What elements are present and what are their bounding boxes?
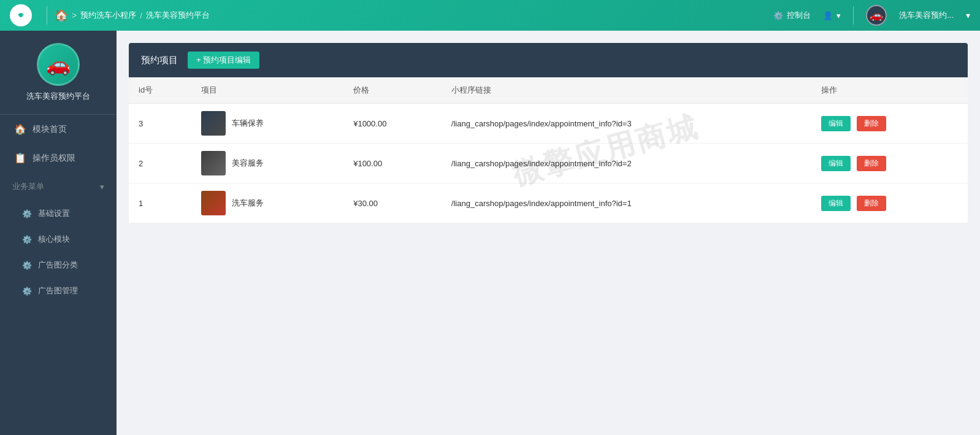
sidebar-item-basic-label: 基础设置: [38, 208, 70, 219]
sidebar-brand: 🚗 洗车美容预约平台: [0, 31, 117, 115]
user-dropdown-icon: ▾: [836, 11, 841, 20]
delete-button[interactable]: 删除: [857, 116, 886, 131]
table-header: id号 项目 价格 小程序链接 操作: [129, 77, 968, 104]
cell-link: /liang_carshop/pages/index/appointment_i…: [442, 104, 811, 144]
chevron-down-icon: ▾: [100, 182, 104, 191]
nav-right: ⚙️ 控制台 👤 ▾ 🚗 洗车美容预约... ▾: [773, 5, 970, 26]
col-action: 操作: [811, 77, 968, 104]
app-dropdown-icon[interactable]: ▾: [966, 10, 970, 20]
cell-project: 美容服务: [191, 144, 343, 183]
nav-logo: [10, 4, 32, 26]
sidebar-logo: 🚗: [37, 43, 80, 86]
sidebar-item-basic-settings[interactable]: ⚙️ 基础设置: [0, 201, 117, 226]
header-row: id号 项目 价格 小程序链接 操作: [129, 77, 968, 104]
delete-button[interactable]: 删除: [857, 156, 886, 171]
sidebar-item-core-module[interactable]: ⚙️ 核心模块: [0, 226, 117, 252]
user-icon: 👤: [823, 11, 833, 20]
cell-project: 车辆保养: [191, 104, 343, 144]
ad-cat-icon: ⚙️: [22, 261, 32, 270]
cell-id: 2: [129, 144, 191, 183]
table-body: 3 车辆保养 ¥1000.00 /liang_carshop/pages/ind…: [129, 104, 968, 223]
nav-breadcrumb-sep: >: [72, 10, 77, 20]
gear-icon: ⚙️: [773, 11, 783, 20]
cell-link: /liang_carshop/pages/index/appointment_i…: [442, 144, 811, 183]
business-menu-label: 业务菜单: [12, 181, 44, 192]
svg-point-1: [19, 13, 23, 17]
edit-button[interactable]: 编辑: [821, 116, 851, 131]
breadcrumb-item-1: 预约洗车小程序: [80, 10, 136, 21]
edit-button[interactable]: 编辑: [821, 156, 851, 171]
cell-id: 3: [129, 104, 191, 144]
sidebar-item-ad-category[interactable]: ⚙️ 广告图分类: [0, 252, 117, 278]
table-row: 3 车辆保养 ¥1000.00 /liang_carshop/pages/ind…: [129, 104, 968, 144]
nav-divider: [47, 6, 47, 25]
add-project-button[interactable]: + 预约项目编辑: [188, 52, 259, 69]
project-thumbnail: [201, 191, 226, 215]
breadcrumb: 预约洗车小程序 / 洗车美容预约平台: [80, 10, 210, 21]
right-divider: [853, 6, 854, 25]
cell-actions: 编辑 删除: [811, 144, 968, 183]
cell-actions: 编辑 删除: [811, 183, 968, 223]
project-thumbnail: [201, 151, 226, 175]
sidebar-item-operator[interactable]: 📋 操作员权限: [0, 144, 117, 172]
table-row: 1 洗车服务 ¥30.00 /liang_carshop/pages/index…: [129, 183, 968, 223]
breadcrumb-item-2: 洗车美容预约平台: [146, 10, 210, 21]
page-card-header: 预约项目 + 预约项目编辑: [129, 43, 968, 77]
sidebar: 🚗 洗车美容预约平台 🏠 模块首页 📋 操作员权限 业务菜单 ▾ ⚙️ 基础设置: [0, 31, 117, 435]
sidebar-section-business[interactable]: 业务菜单 ▾: [0, 172, 117, 201]
control-panel-label: 控制台: [787, 10, 811, 21]
delete-button[interactable]: 删除: [857, 196, 886, 211]
sidebar-item-ad-manage[interactable]: ⚙️ 广告图管理: [0, 278, 117, 304]
avatar: 🚗: [866, 5, 887, 26]
col-id: id号: [129, 77, 191, 104]
page-card: 预约项目 + 预约项目编辑 微擎应用商城 id号 项目 价格 小程序链接 操作: [129, 43, 968, 223]
sidebar-item-home[interactable]: 🏠 模块首页: [0, 115, 117, 144]
breadcrumb-sep: /: [140, 11, 142, 20]
project-name: 洗车服务: [232, 198, 264, 209]
sidebar-item-home-label: 模块首页: [33, 124, 67, 135]
table-row: 2 美容服务 ¥100.00 /liang_carshop/pages/inde…: [129, 144, 968, 183]
sidebar-brand-name: 洗车美容预约平台: [26, 91, 90, 102]
main-layout: 🚗 洗车美容预约平台 🏠 模块首页 📋 操作员权限 业务菜单 ▾ ⚙️ 基础设置: [0, 31, 980, 435]
core-icon: ⚙️: [22, 235, 32, 244]
sidebar-item-core-label: 核心模块: [38, 234, 70, 245]
cell-link: /liang_carshop/pages/index/appointment_i…: [442, 183, 811, 223]
sidebar-menu: 🏠 模块首页 📋 操作员权限 业务菜单 ▾ ⚙️ 基础设置 ⚙️ 核心模块: [0, 115, 117, 435]
cell-price: ¥100.00: [343, 144, 442, 183]
edit-button[interactable]: 编辑: [821, 196, 851, 211]
user-menu[interactable]: 👤 ▾: [823, 11, 841, 20]
settings-icon: ⚙️: [22, 209, 32, 218]
control-panel-button[interactable]: ⚙️ 控制台: [773, 10, 811, 21]
cell-price: ¥1000.00: [343, 104, 442, 144]
cell-project: 洗车服务: [191, 183, 343, 223]
content-area: 预约项目 + 预约项目编辑 微擎应用商城 id号 项目 价格 小程序链接 操作: [117, 31, 980, 435]
cell-actions: 编辑 删除: [811, 104, 968, 144]
app-name: 洗车美容预约...: [899, 10, 954, 21]
col-link: 小程序链接: [442, 77, 811, 104]
ad-manage-icon: ⚙️: [22, 287, 32, 296]
top-navbar: 🏠 > 预约洗车小程序 / 洗车美容预约平台 ⚙️ 控制台 👤 ▾ 🚗 洗车美容…: [0, 0, 980, 31]
table-container: 微擎应用商城 id号 项目 价格 小程序链接 操作 3: [129, 77, 968, 223]
col-project: 项目: [191, 77, 343, 104]
data-table: id号 项目 价格 小程序链接 操作 3 车辆保养 ¥1000.00 /lian…: [129, 77, 968, 223]
col-price: 价格: [343, 77, 442, 104]
project-name: 车辆保养: [232, 118, 264, 129]
sidebar-item-admanage-label: 广告图管理: [38, 285, 78, 296]
cell-price: ¥30.00: [343, 183, 442, 223]
section-header-left: 业务菜单: [12, 181, 44, 192]
home-icon[interactable]: 🏠: [55, 9, 68, 22]
home-icon: 🏠: [14, 123, 26, 135]
project-name: 美容服务: [232, 158, 264, 169]
sidebar-item-adcat-label: 广告图分类: [38, 260, 78, 271]
project-thumbnail: [201, 111, 226, 136]
cell-id: 1: [129, 183, 191, 223]
page-title: 预约项目: [141, 55, 178, 66]
sidebar-item-operator-label: 操作员权限: [33, 153, 75, 164]
document-icon: 📋: [14, 152, 26, 164]
